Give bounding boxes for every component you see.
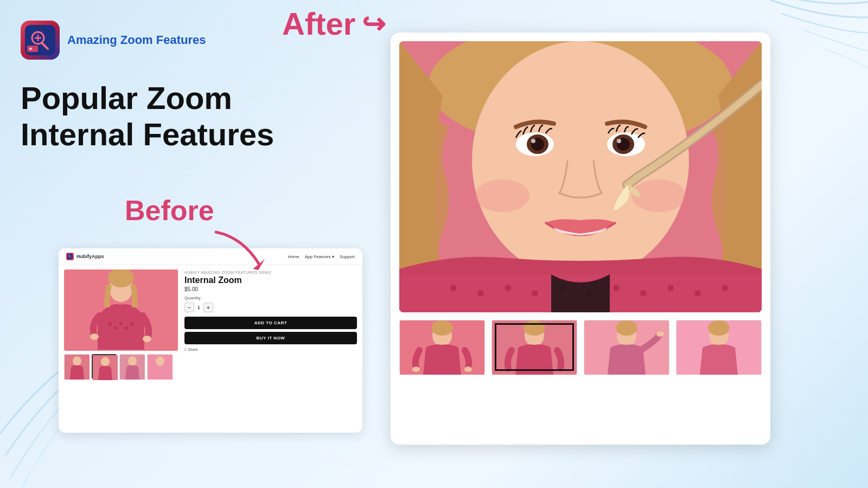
svg-rect-8: [67, 254, 73, 259]
mini-logo-icon: [66, 253, 74, 260]
product-main-image: [64, 269, 178, 351]
svg-point-52: [640, 290, 647, 297]
logo-text: Amazing Zoom Features: [67, 33, 206, 47]
quantity-value: 1: [197, 305, 200, 310]
svg-point-48: [532, 290, 538, 297]
logo-title: Amazing Zoom Features: [67, 33, 206, 47]
thumbnail-2[interactable]: [92, 354, 117, 379]
zoomed-main-image: [399, 41, 762, 312]
before-label: Before: [125, 194, 214, 227]
after-thumbnail-1[interactable]: [399, 320, 485, 374]
svg-point-20: [143, 336, 151, 342]
after-thumbnail-4[interactable]: [676, 320, 762, 374]
before-text: Before: [125, 194, 214, 227]
svg-point-51: [613, 285, 620, 291]
svg-rect-13: [98, 313, 144, 350]
before-panel: HubifyApps Home App Features ▾ Support: [59, 248, 362, 433]
svg-point-58: [412, 367, 420, 372]
product-price: $5.00: [184, 286, 357, 292]
buy-it-now-button[interactable]: BUY IT NOW: [184, 332, 357, 344]
main-heading: Popular Zoom Internal Features: [21, 80, 274, 152]
svg-point-53: [667, 285, 674, 291]
quantity-label: Quantity: [184, 296, 357, 300]
svg-point-25: [101, 357, 110, 367]
mini-logo: HubifyApps: [66, 253, 104, 260]
svg-point-45: [450, 285, 457, 291]
after-thumbnails: [399, 320, 762, 374]
after-arrow-icon: ↪: [362, 8, 386, 40]
svg-point-42: [475, 179, 529, 212]
product-area: HUBIFY AMAZING ZOOM FEATURES DEMO Intern…: [59, 265, 362, 430]
after-thumbnail-2-selected[interactable]: [492, 320, 577, 374]
svg-rect-5: [27, 46, 38, 52]
mini-logo-name: HubifyApps: [76, 254, 104, 259]
qty-minus-button[interactable]: −: [184, 303, 194, 312]
zoom-selection-box: [495, 323, 574, 371]
svg-point-29: [156, 356, 164, 366]
svg-point-54: [694, 290, 701, 297]
thumbnail-1[interactable]: [64, 354, 89, 379]
qty-plus-button[interactable]: +: [203, 303, 213, 312]
svg-marker-7: [253, 259, 265, 270]
product-image-column: [64, 269, 178, 426]
after-text: After: [282, 5, 355, 42]
logo-area: Amazing Zoom Features: [21, 21, 206, 60]
share-link[interactable]: ⤴ Share: [184, 348, 357, 351]
svg-point-19: [90, 333, 99, 340]
svg-point-18: [130, 322, 133, 325]
nav-link-features[interactable]: App Features ▾: [305, 254, 334, 259]
add-to-cart-button[interactable]: ADD TO CART: [184, 317, 357, 329]
svg-point-27: [128, 356, 137, 366]
svg-point-55: [722, 285, 728, 291]
svg-point-66: [616, 320, 637, 336]
product-thumbnails: [64, 354, 178, 379]
after-label: After ↪: [282, 5, 386, 42]
svg-point-47: [505, 285, 511, 291]
svg-point-46: [477, 290, 484, 297]
svg-point-59: [464, 367, 472, 372]
nav-link-home[interactable]: Home: [288, 254, 299, 259]
svg-point-23: [73, 356, 81, 366]
thumbnail-3[interactable]: [119, 354, 144, 379]
svg-point-41: [617, 139, 621, 143]
svg-rect-6: [29, 48, 32, 50]
before-arrow-icon: [210, 227, 270, 272]
quantity-control: − 1 +: [184, 303, 357, 312]
svg-point-37: [531, 139, 535, 143]
mini-nav-links: Home App Features ▾ Support: [288, 254, 355, 259]
svg-point-14: [108, 322, 112, 325]
svg-point-15: [114, 326, 117, 330]
svg-point-70: [708, 320, 730, 336]
svg-point-67: [656, 331, 664, 337]
heading-line1: Popular Zoom Internal Features: [21, 80, 274, 152]
product-info-column: HUBIFY AMAZING ZOOM FEATURES DEMO Intern…: [184, 269, 357, 426]
after-panel: [391, 33, 770, 445]
svg-point-60: [431, 320, 453, 336]
app-logo-icon: [21, 21, 60, 60]
svg-point-17: [125, 326, 128, 330]
nav-link-support[interactable]: Support: [340, 254, 355, 259]
product-name: Internal Zoom: [184, 275, 357, 285]
after-thumbnail-3[interactable]: [584, 320, 669, 374]
svg-point-16: [119, 322, 123, 325]
thumbnail-4[interactable]: [147, 354, 172, 379]
